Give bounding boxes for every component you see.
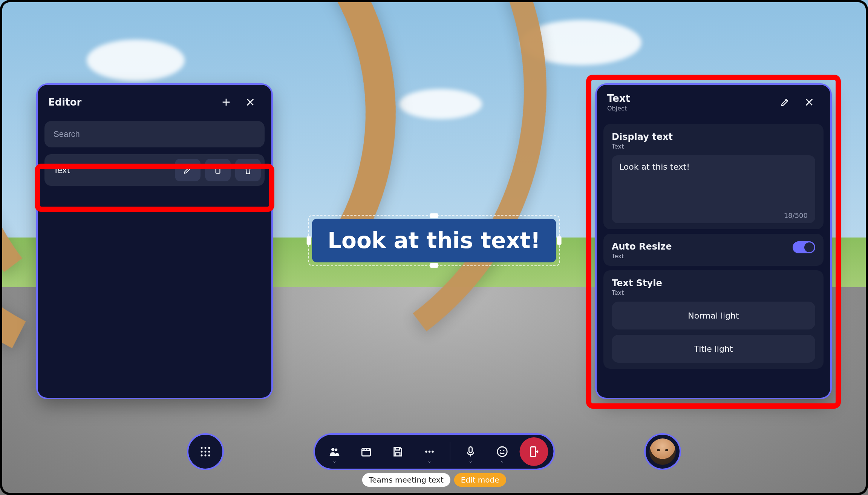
close-props-button[interactable] [799, 92, 820, 113]
close-editor-button[interactable] [240, 92, 261, 113]
mic-icon [464, 445, 477, 458]
svg-rect-14 [469, 447, 472, 453]
display-text-section: Display text Text Look at this text! 18/… [603, 124, 824, 229]
apps-button[interactable] [188, 435, 222, 469]
resize-handle-left[interactable] [306, 236, 311, 245]
editor-panel: Editor Text [38, 85, 271, 398]
svg-point-4 [201, 451, 203, 452]
svg-point-17 [503, 450, 504, 451]
autoresize-toggle[interactable] [793, 241, 815, 253]
leave-icon [527, 445, 540, 458]
properties-panel: Text Object Display text Text Look at th… [597, 85, 830, 398]
display-text-input[interactable]: Look at this text! 18/500 [612, 155, 815, 223]
edit-item-button[interactable] [175, 159, 201, 181]
text-style-title: Text Style [612, 278, 815, 288]
dock-separator [450, 442, 450, 461]
scene-button[interactable] [352, 437, 380, 466]
leave-button[interactable] [519, 437, 548, 466]
display-text-title: Display text [612, 132, 815, 142]
plus-icon [221, 97, 231, 107]
avatar-icon [649, 438, 676, 465]
search-input[interactable] [44, 121, 265, 147]
placed-text-wrap[interactable]: Look at this text! [308, 215, 560, 266]
props-subtitle: Object [607, 105, 772, 112]
resize-handle-right[interactable] [557, 236, 562, 245]
svg-point-13 [432, 451, 434, 453]
editor-item-label: Text [54, 166, 172, 175]
placed-text: Look at this text! [312, 219, 556, 262]
display-text-count: 18/500 [784, 211, 808, 219]
meeting-name: Teams meeting text [362, 473, 450, 487]
more-button[interactable]: ⌄ [415, 437, 444, 466]
text-style-sub: Text [612, 289, 815, 296]
trash-icon [243, 165, 253, 175]
svg-point-11 [425, 451, 427, 453]
props-scroll[interactable]: Display text Text Look at this text! 18/… [597, 120, 830, 398]
display-text-value: Look at this text! [619, 162, 808, 172]
save-button[interactable] [383, 437, 412, 466]
pen-icon [780, 97, 790, 107]
more-icon [423, 445, 436, 458]
svg-point-16 [500, 450, 501, 451]
delete-item-button[interactable] [235, 159, 261, 181]
resize-handle-bottom[interactable] [430, 263, 438, 268]
meeting-tag: Teams meeting text Edit mode [362, 473, 506, 487]
svg-rect-18 [531, 447, 536, 457]
svg-point-8 [204, 454, 206, 456]
text-style-section: Text Style Text Normal light Title light [603, 270, 824, 369]
emoji-icon [496, 445, 508, 458]
text-style-option-normal-light[interactable]: Normal light [612, 302, 815, 329]
meeting-mode-badge: Edit mode [454, 473, 506, 487]
close-icon [245, 97, 256, 107]
duplicate-item-button[interactable] [205, 159, 231, 181]
svg-point-1 [201, 447, 203, 449]
resize-handle-top[interactable] [430, 213, 438, 218]
save-icon [391, 445, 404, 458]
svg-point-9 [208, 454, 210, 456]
editor-title: Editor [48, 97, 213, 108]
props-title: Text [607, 93, 772, 104]
editor-item-text[interactable]: Text [44, 154, 265, 186]
svg-point-6 [208, 451, 210, 452]
avatar-button[interactable] [646, 435, 680, 469]
svg-point-7 [201, 454, 203, 456]
reactions-button[interactable]: ⌄ [488, 437, 516, 466]
svg-point-5 [204, 451, 206, 452]
copy-icon [213, 165, 223, 175]
svg-point-15 [497, 447, 507, 457]
rename-button[interactable] [775, 92, 796, 113]
text-style-option-title-light[interactable]: Title light [612, 335, 815, 363]
autoresize-sub: Text [612, 253, 672, 260]
autoresize-section: Auto Resize Text [603, 234, 824, 266]
mic-button[interactable]: ⌄ [456, 437, 485, 466]
grid-icon [199, 445, 212, 458]
people-icon [328, 445, 341, 458]
display-text-sub: Text [612, 143, 815, 150]
close-icon [804, 97, 814, 107]
people-button[interactable]: ⌄ [320, 437, 349, 466]
svg-point-2 [204, 447, 206, 449]
svg-point-12 [428, 451, 430, 453]
autoresize-title: Auto Resize [612, 241, 672, 252]
dock: ⌄ ⌄ ⌄ ⌄ [315, 435, 553, 469]
svg-rect-0 [216, 167, 220, 173]
clapperboard-icon [360, 445, 372, 458]
pen-icon [183, 165, 193, 175]
add-button[interactable] [216, 92, 237, 113]
svg-point-3 [208, 447, 210, 449]
